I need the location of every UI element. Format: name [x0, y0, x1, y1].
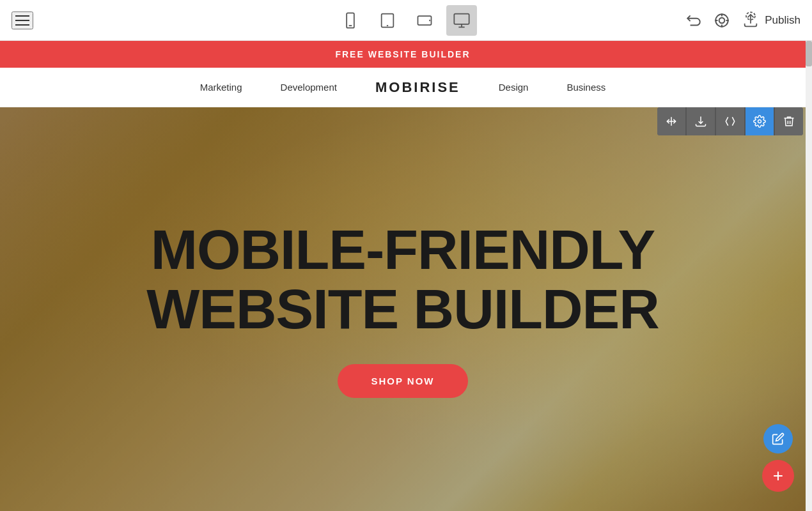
section-delete-button[interactable]: [775, 107, 803, 135]
toolbar-left: [12, 11, 33, 29]
toolbar-right: Publish: [685, 11, 800, 29]
menu-button[interactable]: [12, 11, 33, 29]
shop-now-button[interactable]: SHOP NOW: [338, 364, 467, 398]
site-logo: MOBIRISE: [375, 79, 460, 96]
hero-section: MOBILE-FRIENDLY WEBSITE BUILDER SHOP NOW: [0, 107, 806, 511]
publish-button[interactable]: Publish: [742, 11, 800, 29]
tablet-landscape-view-button[interactable]: [409, 5, 440, 36]
section-settings-button[interactable]: [746, 107, 774, 135]
nav-links: Marketing Development MOBIRISE Design Bu…: [200, 79, 606, 96]
svg-rect-6: [454, 13, 469, 24]
promo-text: FREE WEBSITE BUILDER: [335, 49, 470, 59]
section-toolbar: [657, 107, 803, 135]
hero-title: MOBILE-FRIENDLY WEBSITE BUILDER: [146, 220, 659, 339]
nav-link-development[interactable]: Development: [281, 82, 337, 93]
section-download-button[interactable]: [687, 107, 715, 135]
nav-link-marketing[interactable]: Marketing: [200, 82, 242, 93]
scrollbar-thumb: [806, 41, 812, 66]
desktop-view-button[interactable]: [446, 5, 477, 36]
top-toolbar: Publish: [0, 0, 812, 41]
nav-link-design[interactable]: Design: [499, 82, 529, 93]
hero-title-line1: MOBILE-FRIENDLY: [151, 218, 655, 281]
svg-point-15: [758, 120, 761, 123]
svg-point-9: [719, 17, 725, 23]
site-nav: Marketing Development MOBIRISE Design Bu…: [0, 68, 806, 107]
mobile-view-button[interactable]: [335, 5, 366, 36]
fab-edit-button[interactable]: [763, 424, 793, 454]
hero-content: MOBILE-FRIENDLY WEBSITE BUILDER SHOP NOW: [146, 220, 659, 398]
section-move-button[interactable]: [657, 107, 685, 135]
fab-add-button[interactable]: +: [762, 460, 794, 492]
scrollbar[interactable]: [806, 41, 812, 511]
toolbar-center: [335, 5, 477, 36]
section-code-button[interactable]: [716, 107, 744, 135]
tablet-view-button[interactable]: [372, 5, 403, 36]
publish-label: Publish: [765, 14, 800, 27]
preview-button[interactable]: [714, 12, 730, 29]
fab-container: +: [762, 424, 794, 492]
undo-button[interactable]: [685, 12, 702, 29]
hero-title-line2: WEBSITE BUILDER: [146, 277, 659, 340]
nav-link-business[interactable]: Business: [566, 82, 605, 93]
hamburger-icon: [13, 13, 32, 28]
promo-banner: FREE WEBSITE BUILDER: [0, 41, 806, 68]
